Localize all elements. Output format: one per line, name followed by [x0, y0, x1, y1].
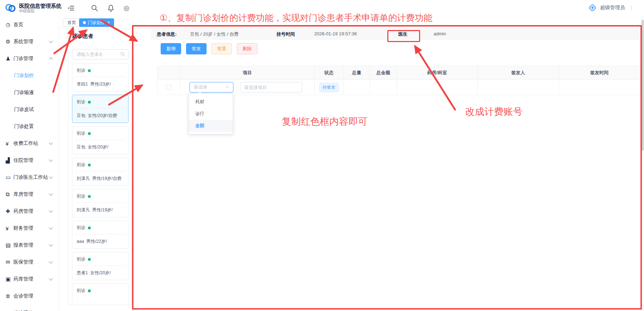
- patient-summary: 刘潇凡 男性/19岁/: [77, 207, 113, 213]
- delete-button[interactable]: 删除: [237, 43, 257, 54]
- issue-button[interactable]: 签发: [186, 43, 207, 54]
- target-icon[interactable]: ◎: [124, 4, 131, 12]
- scrollbar-thumb[interactable]: [642, 20, 644, 151]
- item-search-input[interactable]: [240, 82, 302, 93]
- hospital-logo-icon: [4, 2, 16, 14]
- sidebar-item-outpatient-treatment[interactable]: 门诊处置: [0, 118, 59, 135]
- sidebar-item-finance-mgmt[interactable]: ¥财务管理: [0, 220, 59, 237]
- sidebar-item-label: 门诊输液: [14, 89, 34, 96]
- sidebar-item-drug-store-mgmt[interactable]: ▣药库管理: [0, 271, 59, 288]
- app-logo: 医院信息管理系统 中联医院: [4, 2, 61, 14]
- card-divider: [76, 140, 125, 140]
- status-dot-icon: [88, 164, 91, 166]
- chevron-down-icon: [49, 242, 53, 246]
- table-row: 请选择 待签发: [157, 80, 640, 95]
- column-header: 签发时间: [559, 66, 640, 80]
- chevron-down-icon: [49, 259, 53, 263]
- pharmacy-dept-cell: [397, 80, 478, 95]
- sidebar-item-report-mgmt[interactable]: ▤报表管理: [0, 237, 59, 254]
- patient-card[interactable]: 初诊李四1 男性/23岁/: [72, 63, 129, 92]
- order-toolbar: 新增 签发 签退 删除: [161, 43, 262, 54]
- search-icon[interactable]: [120, 52, 125, 57]
- patient-card[interactable]: 初诊aaa 男性/22岁/: [72, 221, 129, 249]
- monitor-icon: ▭: [6, 174, 13, 181]
- sidebar-item-outpatient-infusion[interactable]: 门诊输液: [0, 84, 59, 101]
- sidebar-item-consultation-mgmt[interactable]: ≣会诊管理: [0, 288, 59, 305]
- page-scrollbar[interactable]: [641, 16, 644, 311]
- annotation-note-account: 改成计费账号: [465, 105, 523, 118]
- search-icon[interactable]: [91, 4, 99, 12]
- yen-icon: ¥: [6, 141, 13, 147]
- sidebar-item-label: 系统管理: [13, 39, 33, 45]
- patient-card[interactable]: 初诊刘潇凡 男性/19岁/: [72, 189, 129, 217]
- registration-time-label: 挂号时间: [276, 31, 295, 37]
- patient-card[interactable]: 初诊豆包 女性/20岁/: [72, 126, 129, 154]
- report-icon: ▤: [6, 242, 13, 248]
- dropdown-option[interactable]: 全部: [189, 120, 233, 132]
- close-icon[interactable]: ×: [107, 20, 110, 25]
- card-divider: [76, 265, 125, 266]
- sidebar-item-inpatient-mgmt[interactable]: ▟住院管理: [0, 152, 59, 169]
- medical-cross-icon: [588, 4, 597, 12]
- tab-outpatient-pricing-label: 门诊划价: [88, 20, 105, 26]
- status-dot-icon: [88, 258, 91, 261]
- visit-status: 初诊: [77, 193, 85, 199]
- column-header: 总量: [344, 66, 370, 80]
- tab-home[interactable]: 首页: [63, 18, 80, 27]
- sidebar-item-home[interactable]: ◷首页: [0, 16, 59, 33]
- top-header: 医院信息管理系统 中联医院 ◎: [0, 0, 644, 16]
- doctor-label: 医生: [398, 31, 407, 37]
- item-type-select[interactable]: 请选择: [190, 82, 233, 93]
- card-divider: [76, 108, 125, 108]
- dropdown-option[interactable]: 诊疗: [189, 108, 233, 120]
- sidebar-item-label: 住院管理: [13, 157, 33, 164]
- warehouse-icon: ⧉: [6, 191, 13, 198]
- registration-time-value: 2026-01-19 19:57:36: [314, 31, 357, 36]
- dropdown-option[interactable]: 耗材: [189, 96, 233, 108]
- sidebar-item-outpatient-pricing[interactable]: 门诊划价: [0, 67, 59, 84]
- add-button[interactable]: 新增: [161, 43, 181, 54]
- item-type-dropdown: 耗材诊疗全部: [189, 93, 233, 134]
- sidebar-item-warehouse-mgmt[interactable]: ⧉库房管理: [0, 186, 59, 203]
- gear-icon: ⚙: [6, 39, 13, 45]
- status-dot-icon: [88, 101, 91, 104]
- sidebar-item-outpatient-skin-test[interactable]: 门诊皮试: [0, 101, 59, 118]
- column-header: 状态: [315, 66, 344, 80]
- notification-bell-icon[interactable]: [107, 4, 115, 12]
- patient-card[interactable]: 初诊刘潇凡 男性/19岁/自费: [72, 158, 129, 186]
- visit-status: 初诊: [77, 288, 85, 294]
- patient-list: 初诊李四1 男性/23岁/初诊豆包 女性/20岁/自费初诊豆包 女性/20岁/初…: [72, 63, 129, 302]
- patient-search-box: [72, 49, 129, 59]
- sidebar-item-label: 药房管理: [13, 208, 33, 215]
- sidebar-item-maintenance-system[interactable]: ▭维护系统: [0, 305, 59, 311]
- chevron-up-icon: [225, 86, 229, 90]
- patient-info-label: 患者信息:: [157, 31, 177, 37]
- current-user-role[interactable]: 超级管理员: [600, 5, 625, 11]
- patient-card[interactable]: 初诊豆包 女性/20岁/自费: [72, 95, 129, 123]
- finance-icon: ¥: [6, 225, 13, 231]
- collapse-sidebar-icon[interactable]: [67, 4, 75, 12]
- row-checkbox[interactable]: [166, 84, 172, 90]
- chevron-down-icon: [49, 192, 53, 195]
- tab-home-label: 首页: [67, 20, 76, 26]
- sidebar-item-system-mgmt[interactable]: ⚙系统管理: [0, 33, 59, 50]
- sidebar-item-insurance-mgmt[interactable]: ✉医保管理: [0, 254, 59, 271]
- column-header: 总金额: [370, 66, 397, 80]
- patient-card[interactable]: 初诊患者1 女性/20岁/: [72, 252, 129, 280]
- app-title: 医院信息管理系统: [19, 3, 61, 9]
- patient-card[interactable]: 初诊: [72, 283, 129, 302]
- sidebar-item-label: 收费工作站: [13, 140, 38, 147]
- patient-summary: 豆包 女性/20岁/: [77, 144, 108, 150]
- sidebar-item-pharmacy-mgmt[interactable]: ✚药房管理: [0, 203, 59, 220]
- status-dot-icon: [88, 195, 91, 198]
- status-dot-icon: [88, 69, 91, 72]
- visit-status: 初诊: [77, 68, 85, 74]
- checkout-button[interactable]: 签退: [211, 43, 232, 54]
- tab-outpatient-pricing[interactable]: 门诊划价 ×: [79, 18, 114, 27]
- sidebar-item-outpatient-doctor-station[interactable]: ▭门诊医生工作站: [0, 169, 59, 186]
- visit-status: 初诊: [77, 225, 85, 231]
- patient-search-input[interactable]: [76, 52, 120, 57]
- sidebar-item-outpatient-mgmt[interactable]: ♟门诊管理: [0, 50, 59, 67]
- patient-info-value: 豆包 / 20岁 / 女性 / 自费: [190, 31, 239, 37]
- sidebar-item-charge-station[interactable]: ¥收费工作站: [0, 135, 59, 152]
